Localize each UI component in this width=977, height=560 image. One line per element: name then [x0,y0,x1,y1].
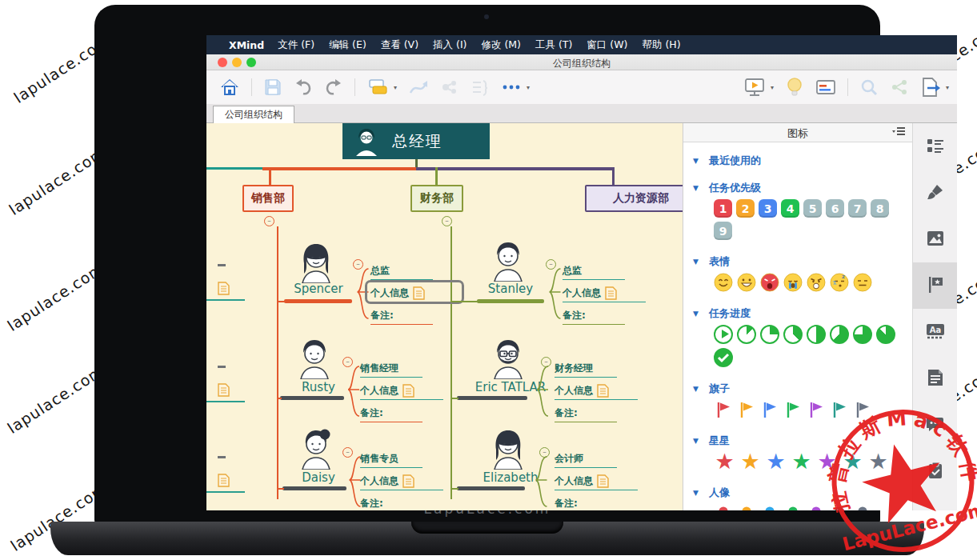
person-info-topic[interactable]: 个人信息 [360,384,443,400]
dept-topic-0[interactable]: 销售部 [242,185,294,212]
emoji-smile-icon[interactable] [714,273,733,292]
priority-5-icon[interactable]: 5 [803,199,822,218]
sidebar-item-image[interactable] [913,216,957,262]
sheet-tab[interactable]: 公司组织结构 [213,106,294,123]
relationship-button[interactable] [408,78,429,97]
menu-item-0[interactable]: 文件 (F) [270,38,322,50]
menu-item-2[interactable]: 查看 (V) [374,38,426,50]
emoji-angry-icon[interactable] [760,273,779,292]
progress-pie-icon[interactable] [876,325,895,344]
person-title-topic[interactable]: 销售经理 [360,362,422,378]
more-caret[interactable]: ▾ [527,84,530,91]
menu-item-1[interactable]: 编辑 (E) [322,38,374,50]
more-button[interactable] [501,78,522,97]
person-info-topic[interactable]: 个人信息 [555,474,638,490]
collapse-button[interactable]: – [264,216,274,226]
priority-2-icon[interactable]: 2 [736,199,755,218]
person-note-topic[interactable]: 备注: [555,406,617,422]
person-marker-icon[interactable] [760,504,779,510]
flag-marker-icon[interactable] [737,400,756,419]
idea-button[interactable] [785,77,804,98]
person-marker-icon[interactable] [737,504,756,510]
person-note-topic[interactable]: 备注: [370,309,433,325]
person-marker-icon[interactable] [783,504,803,510]
progress-pie-icon[interactable] [737,325,756,344]
marker-section-title[interactable]: ▼表情 [693,254,912,269]
progress-pie-icon[interactable] [830,325,849,344]
person-marker-icon[interactable] [807,504,826,510]
priority-6-icon[interactable]: 6 [826,199,844,218]
home-button[interactable] [219,77,240,98]
person-topic[interactable]: Rusty [282,380,354,394]
save-button[interactable] [263,78,282,97]
progress-start-icon[interactable] [714,325,733,344]
marker-section-title[interactable]: ▼任务优先级 [693,181,912,195]
app-menu-xmind[interactable]: XMind [229,39,264,51]
flag-marker-icon[interactable] [830,400,849,419]
menu-item-7[interactable]: 帮助 (H) [635,38,687,50]
flag-marker-icon[interactable] [807,400,826,419]
star-marker-icon[interactable]: ★ [765,452,787,471]
person-note-topic[interactable]: 备注: [563,309,625,325]
priority-1-icon[interactable]: 1 [714,199,732,218]
person-title-topic[interactable]: 销售专员 [360,452,422,468]
progress-pie-icon[interactable] [760,325,779,344]
marker-section-title[interactable]: ▼任务进度 [693,306,912,321]
person-title-topic[interactable]: 财务经理 [555,362,617,378]
dept-topic-1[interactable]: 财务部 [410,185,463,212]
star-marker-icon[interactable]: ★ [739,452,761,471]
person-marker-icon[interactable] [714,504,733,510]
menu-item-6[interactable]: 窗口 (W) [579,38,635,50]
undo-button[interactable] [294,78,313,97]
flag-marker-icon[interactable] [760,400,779,419]
flag-marker-icon[interactable] [783,400,803,419]
person-info-topic[interactable]: 个人信息 [563,286,646,302]
topic-caret[interactable]: ▾ [394,84,397,91]
emoji-cry-icon[interactable] [783,273,803,292]
star-marker-icon[interactable]: ★ [714,452,735,471]
emoji-rage-icon[interactable] [807,273,826,292]
progress-pie-icon[interactable] [807,325,826,344]
priority-4-icon[interactable]: 4 [781,199,799,218]
person-title-topic[interactable]: 会计师 [555,452,617,468]
emoji-sleepy-icon[interactable]: z [830,273,849,292]
sidebar-item-flag[interactable] [913,262,957,309]
person-title-topic[interactable]: 总监 [563,264,625,280]
export-caret[interactable]: ▾ [946,84,949,91]
person-topic[interactable]: Spencer [282,282,354,296]
present-caret[interactable]: ▾ [771,84,774,91]
sidebar-item-outline[interactable] [913,123,957,170]
boundary-button[interactable] [440,78,459,97]
person-note-topic[interactable]: 备注: [555,497,617,510]
search-button[interactable] [859,78,879,97]
sidebar-item-aa[interactable]: Aa [913,309,957,355]
person-note-topic[interactable]: 备注: [360,497,422,510]
person-title-topic[interactable]: 总监 [370,264,433,280]
progress-pie-icon[interactable] [783,325,803,344]
person-note-topic[interactable]: 备注: [360,406,422,422]
collapse-button[interactable]: – [442,216,452,226]
redo-button[interactable] [324,78,343,97]
flag-marker-icon[interactable] [714,400,733,419]
progress-pie-icon[interactable] [853,325,872,344]
emoji-grin-icon[interactable] [737,273,756,292]
person-topic[interactable]: Stanley [474,282,547,296]
priority-8-icon[interactable]: 8 [871,199,889,218]
person-info-topic[interactable]: 个人信息 [555,384,638,400]
star-marker-icon[interactable]: ★ [791,452,812,471]
root-topic[interactable]: 总经理 [342,123,490,159]
menu-item-4[interactable]: 修改 (M) [474,38,528,50]
panel-menu-icon[interactable] [891,126,906,140]
progress-done-icon[interactable] [714,348,733,367]
marker-section-title[interactable]: ▼旗子 [693,382,912,396]
dept-topic-2[interactable]: 人力资源部 [585,185,683,212]
priority-7-icon[interactable]: 7 [848,199,867,218]
person-topic[interactable]: Daisy [282,470,354,485]
topic-button[interactable] [366,78,389,97]
priority-9-icon[interactable]: 9 [714,222,732,240]
menu-item-5[interactable]: 工具 (T) [528,38,579,50]
format-panel-button[interactable] [815,78,836,97]
share-button[interactable] [890,78,909,97]
present-button[interactable] [743,77,766,98]
summary-button[interactable] [470,78,490,97]
